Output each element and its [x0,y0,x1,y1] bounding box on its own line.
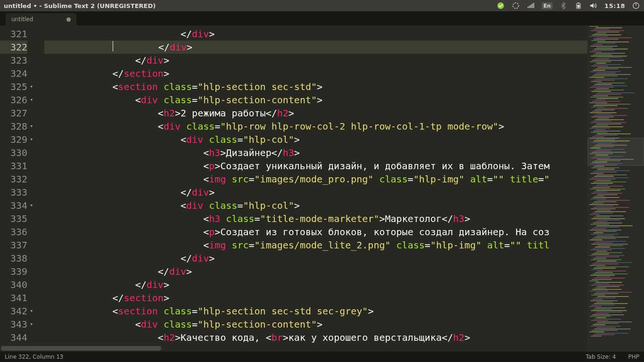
keyboard-lang[interactable]: En [542,2,553,9]
line-number[interactable]: 340 [0,278,27,291]
code-line[interactable]: </section> [44,291,587,304]
code-line[interactable]: </div> [44,265,587,278]
status-tab-size[interactable]: Tab Size: 4 [586,354,616,360]
tab-dirty-indicator [66,17,71,22]
volume-icon[interactable] [589,1,598,10]
code-line[interactable]: <div class="hlp-section-content"> [44,318,587,331]
activity-icon[interactable] [512,1,520,10]
code-line[interactable]: <p>Создает из готовых блоков, которые со… [44,225,587,239]
code-line[interactable]: <div class="hlp-section-content"> [44,93,587,107]
status-cursor-pos: Line 322, Column 13 [5,354,63,360]
line-number[interactable]: 335 [0,212,27,225]
code-line[interactable]: </section> [44,67,587,80]
clock[interactable]: 15:18 [604,2,625,9]
code-line[interactable]: <img src="images/mode_lite_2.png" class=… [44,239,587,252]
minimap[interactable] [587,25,644,352]
line-number[interactable]: 333 [0,186,27,199]
editor: 3213223233243253263273283293303313323333… [0,25,644,352]
code-line[interactable]: <h3 class="title-mode-marketer">Маркетол… [44,212,587,225]
line-number[interactable]: 321 [0,27,27,41]
svg-rect-4 [578,5,580,8]
sync-ok-icon[interactable] [496,1,505,10]
code-line[interactable]: </div> [44,27,587,41]
code-line[interactable]: </div> [44,41,587,54]
code-line[interactable]: <div class="hlp-col"> [44,199,587,212]
code-line[interactable]: </div> [44,252,587,265]
line-number[interactable]: 324 [0,67,27,80]
session-icon[interactable] [632,1,640,10]
os-menubar: untitled • - Sublime Text 2 (UNREGISTERE… [0,0,644,11]
line-number[interactable]: 338 [0,252,27,265]
line-number[interactable]: 328 [0,120,27,133]
status-syntax[interactable]: PHP [628,354,640,360]
code-line[interactable]: </div> [44,54,587,67]
code-line[interactable]: <img src="images/mode_pro.png" class="hl… [44,173,587,186]
code-line[interactable]: <section class="hlp-section sec-std sec-… [44,304,587,318]
svg-rect-3 [578,3,579,4]
svg-rect-6 [636,3,636,6]
battery-icon[interactable] [574,1,583,10]
line-number[interactable]: 342 [0,304,27,318]
code-line[interactable]: </div> [44,278,587,291]
line-number[interactable]: 341 [0,291,27,304]
code-line[interactable]: <div class="hlp-col"> [44,133,587,146]
code-area[interactable]: </div> </div> </div> </section> <section… [35,25,587,352]
line-number[interactable]: 332 [0,173,27,186]
line-number[interactable]: 326 [0,93,27,107]
line-number[interactable]: 334 [0,199,27,212]
tab-label: untitled [11,16,33,23]
svg-point-1 [513,3,519,8]
line-number[interactable]: 336 [0,225,27,239]
window-title: untitled • - Sublime Text 2 (UNREGISTERE… [4,2,156,9]
line-number[interactable]: 327 [0,107,27,120]
line-number[interactable]: 329 [0,133,27,146]
tab-bar: untitled [0,11,644,25]
line-number[interactable]: 337 [0,239,27,252]
code-line[interactable]: </div> [44,186,587,199]
network-icon[interactable] [527,1,535,10]
line-number[interactable]: 330 [0,146,27,159]
bluetooth-icon[interactable] [559,1,568,10]
code-line[interactable]: <h3>Дизайнер</h3> [44,146,587,159]
line-number[interactable]: 323 [0,54,27,67]
code-line[interactable]: <div class="hlp-row hlp-row-col-2 hlp-ro… [44,120,587,133]
line-number[interactable]: 325 [0,80,27,93]
line-number[interactable]: 343 [0,318,27,331]
code-line[interactable]: <h2>2 режима работы</h2> [44,107,587,120]
line-gutter[interactable]: 3213223233243253263273283293303313323333… [0,25,35,352]
tab-untitled[interactable]: untitled [6,13,76,25]
line-number[interactable]: 339 [0,265,27,278]
status-bar: Line 322, Column 13 Tab Size: 4 PHP [0,352,644,362]
line-number[interactable]: 344 [0,331,27,344]
horizontal-scrollbar-thumb[interactable] [1,346,161,351]
code-line[interactable]: <p>Создает уникальный дизайн, и добавляе… [44,159,587,173]
code-line[interactable]: <section class="hlp-section sec-std"> [44,80,587,93]
line-number[interactable]: 322 [0,41,27,54]
line-number[interactable]: 331 [0,159,27,173]
horizontal-scrollbar[interactable] [0,345,578,352]
svg-point-0 [497,2,504,9]
system-tray: En 15:18 [496,1,640,10]
code-line[interactable]: <h2>Качество кода, <br>как у хорошего ве… [44,331,587,344]
